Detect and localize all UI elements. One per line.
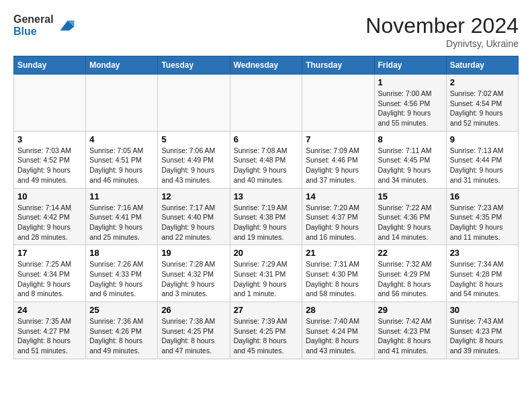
day-number: 24 [17,305,82,315]
day-number: 7 [306,134,370,144]
calendar-header-tuesday: Tuesday [158,56,230,75]
calendar-cell: 25Sunrise: 7:36 AM Sunset: 4:26 PM Dayli… [86,302,158,359]
day-info: Sunrise: 7:42 AM Sunset: 4:23 PM Dayligh… [378,316,443,356]
logo-blue: Blue [13,26,37,37]
calendar-cell: 15Sunrise: 7:22 AM Sunset: 4:36 PM Dayli… [374,188,446,245]
day-info: Sunrise: 7:20 AM Sunset: 4:37 PM Dayligh… [306,203,370,242]
day-number: 5 [161,134,226,144]
day-number: 28 [306,305,370,315]
calendar-header-wednesday: Wednesday [230,56,302,75]
calendar-cell: 23Sunrise: 7:34 AM Sunset: 4:28 PM Dayli… [446,245,518,302]
calendar-header-saturday: Saturday [446,56,518,75]
logo-general: General [13,13,54,25]
day-info: Sunrise: 7:22 AM Sunset: 4:36 PM Dayligh… [378,203,443,242]
location: Dynivtsy, Ukraine [365,38,519,49]
day-number: 10 [17,191,82,201]
calendar-cell: 18Sunrise: 7:26 AM Sunset: 4:33 PM Dayli… [86,245,158,302]
day-info: Sunrise: 7:23 AM Sunset: 4:35 PM Dayligh… [450,203,515,242]
day-number: 16 [450,191,515,201]
day-info: Sunrise: 7:02 AM Sunset: 4:54 PM Dayligh… [450,89,515,128]
day-info: Sunrise: 7:14 AM Sunset: 4:42 PM Dayligh… [17,203,82,242]
calendar-cell: 2Sunrise: 7:02 AM Sunset: 4:54 PM Daylig… [446,75,518,132]
calendar-cell: 3Sunrise: 7:03 AM Sunset: 4:52 PM Daylig… [14,131,86,188]
month-title: November 2024 [365,13,519,38]
day-number: 19 [161,248,226,258]
day-number: 17 [17,248,82,258]
day-info: Sunrise: 7:40 AM Sunset: 4:24 PM Dayligh… [306,316,370,356]
day-info: Sunrise: 7:13 AM Sunset: 4:44 PM Dayligh… [450,146,515,185]
day-info: Sunrise: 7:25 AM Sunset: 4:34 PM Dayligh… [17,259,82,299]
calendar-cell: 27Sunrise: 7:39 AM Sunset: 4:25 PM Dayli… [230,302,302,359]
day-info: Sunrise: 7:03 AM Sunset: 4:52 PM Dayligh… [17,146,82,185]
page: General Blue November 2024 Dynivtsy, Ukr… [0,0,532,366]
day-number: 3 [17,134,82,144]
day-number: 18 [89,248,154,258]
day-info: Sunrise: 7:32 AM Sunset: 4:29 PM Dayligh… [378,259,443,299]
day-info: Sunrise: 7:34 AM Sunset: 4:28 PM Dayligh… [450,259,515,299]
header: General Blue November 2024 Dynivtsy, Ukr… [13,13,519,49]
calendar-cell: 26Sunrise: 7:38 AM Sunset: 4:25 PM Dayli… [158,302,230,359]
calendar-cell: 22Sunrise: 7:32 AM Sunset: 4:29 PM Dayli… [374,245,446,302]
calendar-cell: 9Sunrise: 7:13 AM Sunset: 4:44 PM Daylig… [446,131,518,188]
calendar-cell: 11Sunrise: 7:16 AM Sunset: 4:41 PM Dayli… [86,188,158,245]
calendar-cell [230,75,302,132]
calendar-cell [302,75,374,132]
day-info: Sunrise: 7:19 AM Sunset: 4:38 PM Dayligh… [234,203,299,242]
day-number: 20 [234,248,299,258]
day-info: Sunrise: 7:38 AM Sunset: 4:25 PM Dayligh… [161,316,226,356]
day-info: Sunrise: 7:28 AM Sunset: 4:32 PM Dayligh… [161,259,226,299]
calendar-cell: 5Sunrise: 7:06 AM Sunset: 4:49 PM Daylig… [158,131,230,188]
day-number: 12 [161,191,226,201]
calendar-header-row: SundayMondayTuesdayWednesdayThursdayFrid… [14,56,519,75]
calendar-table: SundayMondayTuesdayWednesdayThursdayFrid… [13,56,519,359]
logo: General Blue [13,13,75,37]
day-number: 21 [306,248,370,258]
day-number: 22 [378,248,443,258]
calendar-week-row: 1Sunrise: 7:00 AM Sunset: 4:56 PM Daylig… [14,75,519,132]
calendar-cell: 21Sunrise: 7:31 AM Sunset: 4:30 PM Dayli… [302,245,374,302]
calendar-cell: 10Sunrise: 7:14 AM Sunset: 4:42 PM Dayli… [14,188,86,245]
calendar-cell: 14Sunrise: 7:20 AM Sunset: 4:37 PM Dayli… [302,188,374,245]
calendar-cell: 8Sunrise: 7:11 AM Sunset: 4:45 PM Daylig… [374,131,446,188]
day-info: Sunrise: 7:00 AM Sunset: 4:56 PM Dayligh… [378,89,443,128]
calendar-week-row: 3Sunrise: 7:03 AM Sunset: 4:52 PM Daylig… [14,131,519,188]
day-info: Sunrise: 7:29 AM Sunset: 4:31 PM Dayligh… [234,259,299,299]
calendar-week-row: 24Sunrise: 7:35 AM Sunset: 4:27 PM Dayli… [14,302,519,359]
day-info: Sunrise: 7:31 AM Sunset: 4:30 PM Dayligh… [306,259,370,299]
day-info: Sunrise: 7:09 AM Sunset: 4:46 PM Dayligh… [306,146,370,185]
day-info: Sunrise: 7:39 AM Sunset: 4:25 PM Dayligh… [234,316,299,356]
day-info: Sunrise: 7:06 AM Sunset: 4:49 PM Dayligh… [161,146,226,185]
day-number: 23 [450,248,515,258]
calendar-header-friday: Friday [374,56,446,75]
day-number: 27 [234,305,299,315]
day-number: 13 [234,191,299,201]
calendar-cell: 17Sunrise: 7:25 AM Sunset: 4:34 PM Dayli… [14,245,86,302]
calendar-cell [158,75,230,132]
day-info: Sunrise: 7:43 AM Sunset: 4:23 PM Dayligh… [450,316,515,356]
calendar-cell: 24Sunrise: 7:35 AM Sunset: 4:27 PM Dayli… [14,302,86,359]
day-number: 30 [450,305,515,315]
title-block: November 2024 Dynivtsy, Ukraine [365,13,519,49]
calendar-cell: 19Sunrise: 7:28 AM Sunset: 4:32 PM Dayli… [158,245,230,302]
day-number: 1 [378,77,443,87]
day-number: 11 [89,191,154,201]
day-info: Sunrise: 7:05 AM Sunset: 4:51 PM Dayligh… [89,146,154,185]
day-number: 26 [161,305,226,315]
calendar-week-row: 10Sunrise: 7:14 AM Sunset: 4:42 PM Dayli… [14,188,519,245]
logo-icon [55,15,75,36]
calendar-cell [14,75,86,132]
day-info: Sunrise: 7:35 AM Sunset: 4:27 PM Dayligh… [17,316,82,356]
calendar-cell: 6Sunrise: 7:08 AM Sunset: 4:48 PM Daylig… [230,131,302,188]
calendar-cell: 20Sunrise: 7:29 AM Sunset: 4:31 PM Dayli… [230,245,302,302]
calendar-header-thursday: Thursday [302,56,374,75]
calendar-cell: 28Sunrise: 7:40 AM Sunset: 4:24 PM Dayli… [302,302,374,359]
day-number: 4 [89,134,154,144]
calendar-cell: 7Sunrise: 7:09 AM Sunset: 4:46 PM Daylig… [302,131,374,188]
day-number: 2 [450,77,515,87]
day-info: Sunrise: 7:17 AM Sunset: 4:40 PM Dayligh… [161,203,226,242]
day-info: Sunrise: 7:36 AM Sunset: 4:26 PM Dayligh… [89,316,154,356]
calendar-cell: 1Sunrise: 7:00 AM Sunset: 4:56 PM Daylig… [374,75,446,132]
day-number: 14 [306,191,370,201]
day-number: 15 [378,191,443,201]
day-number: 6 [234,134,299,144]
